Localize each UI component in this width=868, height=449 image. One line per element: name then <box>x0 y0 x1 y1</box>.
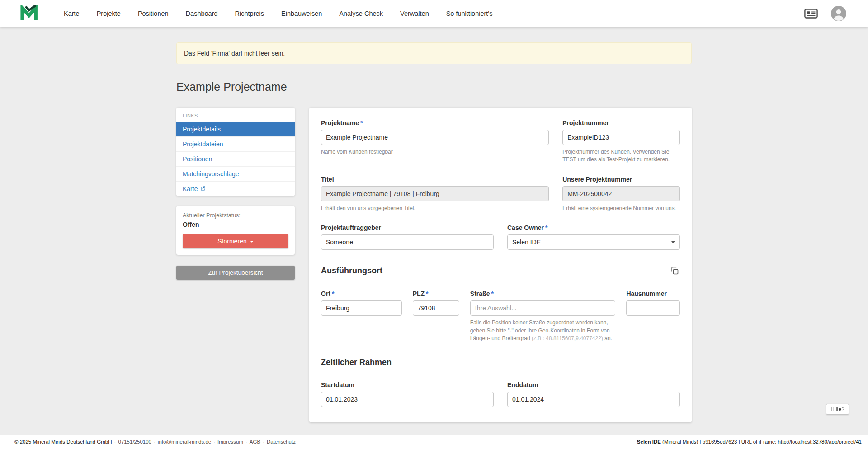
projektname-input[interactable] <box>321 130 549 145</box>
chevron-down-icon <box>671 241 675 243</box>
external-link-icon <box>200 185 206 192</box>
footer-left: © 2025 Mineral Minds Deutschland GmbH 07… <box>14 439 296 444</box>
zur-projektuebersicht-button[interactable]: Zur Projektübersicht <box>176 266 295 280</box>
stornieren-button[interactable]: Stornieren <box>183 234 288 248</box>
strasse-hint: Falls die Position keiner Straße zugeord… <box>470 319 616 342</box>
enddatum-input[interactable] <box>507 392 680 407</box>
links-card: LINKS Projektdetails Projektdateien Posi… <box>176 108 295 196</box>
links-header: LINKS <box>176 108 295 122</box>
field-ort: Ort* <box>321 290 402 342</box>
footer-phone-link[interactable]: 07151/250100 <box>118 439 151 444</box>
footer-agb-link[interactable]: AGB <box>250 439 260 444</box>
field-projektname: Projektname* Name vom Kunden festlegbar <box>321 119 549 164</box>
ausfuehrungsort-title: Ausführungsort <box>321 266 382 276</box>
field-enddatum: Enddatum <box>507 381 680 407</box>
projektauftraggeber-input[interactable] <box>321 234 494 250</box>
projektnummer-input[interactable] <box>562 130 680 145</box>
sidebar-item-positionen[interactable]: Positionen <box>176 151 295 166</box>
status-label: Aktueller Projektstatus: <box>183 212 288 219</box>
title-divider <box>176 100 692 100</box>
titel-input <box>321 186 549 201</box>
validation-alert: Das Feld 'Firma' darf nicht leer sein. <box>176 42 692 64</box>
project-details-form: Projektname* Name vom Kunden festlegbar … <box>309 108 692 422</box>
hausnummer-label: Hausnummer <box>626 290 680 297</box>
section-divider <box>321 372 680 372</box>
plz-label: PLZ* <box>413 290 459 297</box>
strasse-input[interactable] <box>470 300 616 316</box>
projektnummer-label: Projektnummer <box>562 119 680 126</box>
hausnummer-input[interactable] <box>626 300 680 316</box>
titel-label: Titel <box>321 176 549 183</box>
footer-separator <box>211 439 217 444</box>
zeitlicher-rahmen-title: Zeitlicher Rahmen <box>321 358 392 367</box>
ausfuehrungsort-section-header: Ausführungsort <box>321 265 680 276</box>
chevron-down-icon <box>250 241 254 243</box>
projektauftraggeber-label: Projektauftraggeber <box>321 224 494 231</box>
footer-separator <box>260 439 267 444</box>
field-plz: PLZ* <box>413 290 459 342</box>
sidebar-item-projektdateien[interactable]: Projektdateien <box>176 136 295 151</box>
footer-session-info: Selen IDE (Mineral Minds) | b91695ed7623… <box>637 439 862 444</box>
field-startdatum: Startdatum <box>321 381 494 407</box>
startdatum-label: Startdatum <box>321 381 494 388</box>
required-asterisk: * <box>426 290 428 297</box>
copy-icon[interactable] <box>669 265 680 276</box>
back-button-label: Zur Projektübersicht <box>208 269 263 276</box>
enddatum-label: Enddatum <box>507 381 680 388</box>
plz-input[interactable] <box>413 300 459 316</box>
field-titel: Titel Erhält den von uns vorgegebenen Ti… <box>321 176 549 212</box>
footer-email-link[interactable]: info@mineral-minds.de <box>158 439 211 444</box>
field-projektnummer: Projektnummer Projektnummer des Kunden. … <box>562 119 680 164</box>
ort-input[interactable] <box>321 300 402 316</box>
field-strasse: Straße* Falls die Position keiner Straße… <box>470 290 616 342</box>
nav-item-so-funktionierts[interactable]: So funktioniert's <box>446 10 493 17</box>
copyright-text: © 2025 Mineral Minds Deutschland GmbH <box>14 439 112 444</box>
sidebar-item-label: Projektdetails <box>183 126 221 133</box>
nav-item-projekte[interactable]: Projekte <box>97 10 121 17</box>
user-avatar-icon[interactable] <box>830 5 847 22</box>
footer-impressum-link[interactable]: Impressum <box>217 439 243 444</box>
field-case-owner: Case Owner* Selen IDE <box>507 224 680 250</box>
zeitlicher-rahmen-section-header: Zeitlicher Rahmen <box>321 358 680 367</box>
card-reader-icon[interactable] <box>803 7 819 20</box>
mineral-minds-logo-icon <box>20 5 38 23</box>
nav-item-einbauweisen[interactable]: Einbauweisen <box>281 10 322 17</box>
nav-item-karte[interactable]: Karte <box>64 10 80 17</box>
nav-item-positionen[interactable]: Positionen <box>138 10 169 17</box>
sidebar: LINKS Projektdetails Projektdateien Posi… <box>176 108 295 280</box>
page-title: Example Projectname <box>176 80 692 94</box>
footer-separator <box>151 439 158 444</box>
sidebar-item-projektdetails[interactable]: Projektdetails <box>176 122 295 136</box>
help-button[interactable]: Hilfe? <box>826 404 849 415</box>
unsere-projektnummer-label: Unsere Projektnummer <box>562 176 680 183</box>
case-owner-select[interactable]: Selen IDE <box>507 234 680 250</box>
field-projektauftraggeber: Projektauftraggeber <box>321 224 494 250</box>
required-asterisk: * <box>332 290 334 297</box>
nav-item-verwalten[interactable]: Verwalten <box>400 10 429 17</box>
field-unsere-projektnummer: Unsere Projektnummer Erhält eine systemg… <box>562 176 680 212</box>
footer-datenschutz-link[interactable]: Datenschutz <box>267 439 296 444</box>
case-owner-value: Selen IDE <box>512 239 541 246</box>
unsere-projektnummer-input <box>562 186 680 201</box>
nav-item-dashboard[interactable]: Dashboard <box>186 10 218 17</box>
page-content: Das Feld 'Firma' darf nicht leer sein. E… <box>0 27 868 435</box>
required-asterisk: * <box>360 119 363 126</box>
stornieren-label: Stornieren <box>217 238 247 245</box>
titel-hint: Erhält den von uns vorgegebenen Titel. <box>321 205 549 212</box>
brand-logo[interactable] <box>20 5 38 23</box>
status-card: Aktueller Projektstatus: Offen Storniere… <box>176 206 295 255</box>
case-owner-label: Case Owner* <box>507 224 680 231</box>
sidebar-item-label: Positionen <box>183 155 212 163</box>
startdatum-input[interactable] <box>321 392 494 407</box>
sidebar-item-matchingvorschlaege[interactable]: Matchingvorschläge <box>176 166 295 181</box>
nav-item-analyse-check[interactable]: Analyse Check <box>339 10 383 17</box>
section-divider <box>321 281 680 281</box>
alert-message: Das Feld 'Firma' darf nicht leer sein. <box>184 50 285 57</box>
field-hausnummer: Hausnummer <box>626 290 680 342</box>
nav-item-richtpreis[interactable]: Richtpreis <box>235 10 264 17</box>
required-asterisk: * <box>545 224 547 231</box>
required-asterisk: * <box>491 290 493 297</box>
footer: © 2025 Mineral Minds Deutschland GmbH 07… <box>0 435 868 449</box>
unsere-projektnummer-hint: Erhält eine systemgenerierte Nummer von … <box>562 205 680 212</box>
sidebar-item-karte[interactable]: Karte <box>176 181 295 196</box>
